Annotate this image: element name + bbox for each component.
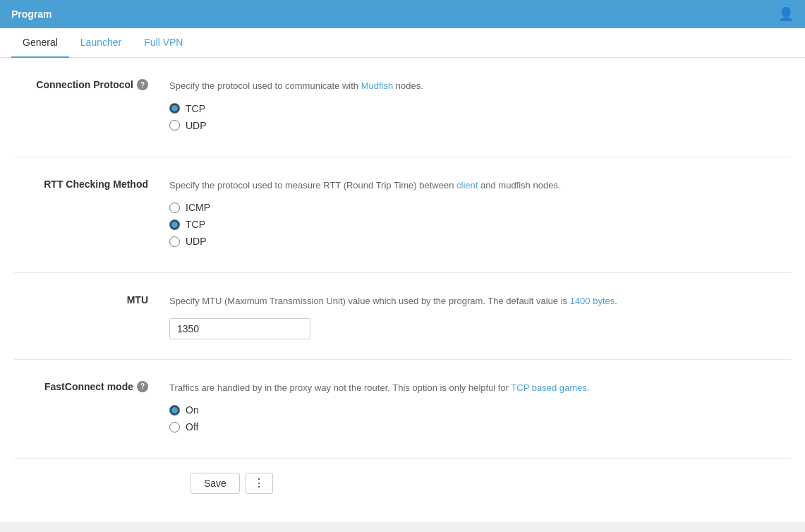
mtu-section: MTU Specify MTU (Maximum Transmission Un… (14, 273, 791, 360)
more-button[interactable]: ⋮ (246, 473, 273, 494)
rtt-tcp-radio[interactable] (169, 219, 180, 230)
fastconnect-content: Traffics are handled by in the proxy way… (169, 380, 791, 439)
content-area: General Launcher Full VPN Connection Pro… (0, 28, 805, 522)
connection-protocol-description: Specify the protocol used to communicate… (169, 79, 791, 93)
rtt-checking-section: RTT Checking Method Specify the protocol… (14, 157, 791, 274)
fastconnect-off-label: Off (186, 421, 198, 433)
tab-launcher[interactable]: Launcher (69, 28, 133, 58)
connection-protocol-help-icon[interactable]: ? (137, 79, 148, 90)
fastconnect-help-icon[interactable]: ? (137, 381, 148, 392)
tab-fullvpn[interactable]: Full VPN (133, 28, 194, 58)
mtu-label-col: MTU (14, 293, 169, 306)
fastconnect-on-label: On (186, 404, 199, 416)
rtt-label-col: RTT Checking Method (14, 177, 169, 190)
main-content: Connection Protocol ? Specify the protoc… (0, 58, 805, 522)
connection-protocol-label: Connection Protocol ? (36, 79, 148, 90)
connection-protocol-udp-option[interactable]: UDP (169, 120, 791, 131)
app-title: Program (11, 8, 52, 20)
rtt-udp-radio[interactable] (169, 236, 180, 247)
fastconnect-off-option[interactable]: Off (169, 421, 791, 433)
rtt-udp-label: UDP (186, 236, 207, 247)
connection-protocol-udp-radio[interactable] (169, 120, 180, 131)
fastconnect-description: Traffics are handled by in the proxy way… (169, 381, 791, 395)
rtt-icmp-radio[interactable] (169, 202, 180, 213)
mtu-input[interactable] (169, 318, 310, 339)
rtt-label: RTT Checking Method (44, 179, 148, 190)
title-bar: Program 👤 (0, 0, 805, 28)
fastconnect-on-radio[interactable] (169, 405, 180, 416)
connection-protocol-section: Connection Protocol ? Specify the protoc… (14, 58, 791, 157)
connection-protocol-udp-label: UDP (186, 120, 207, 131)
tab-general[interactable]: General (11, 28, 69, 58)
rtt-description: Specify the protocol used to measure RTT… (169, 179, 791, 193)
rtt-tcp-label: TCP (186, 219, 205, 230)
connection-protocol-tcp-option[interactable]: TCP (169, 103, 791, 114)
fastconnect-label-col: FastConnect mode ? (14, 380, 169, 392)
rtt-icmp-label: ICMP (186, 202, 210, 213)
connection-protocol-tcp-label: TCP (186, 103, 205, 114)
rtt-content: Specify the protocol used to measure RTT… (169, 177, 791, 253)
connection-protocol-tcp-radio[interactable] (169, 103, 180, 114)
person-icon: 👤 (778, 6, 794, 22)
fastconnect-section: FastConnect mode ? Traffics are handled … (14, 360, 791, 459)
more-dots-icon: ⋮ (253, 478, 265, 489)
mtu-label: MTU (127, 294, 148, 306)
save-button[interactable]: Save (190, 473, 240, 494)
fastconnect-on-option[interactable]: On (169, 404, 791, 416)
tabs-container: General Launcher Full VPN (0, 28, 805, 58)
mtu-description: Specify MTU (Maximum Transmission Unit) … (169, 294, 791, 308)
fastconnect-label: FastConnect mode ? (44, 381, 148, 392)
rtt-udp-option[interactable]: UDP (169, 236, 791, 247)
fastconnect-off-radio[interactable] (169, 422, 180, 433)
connection-protocol-label-col: Connection Protocol ? (14, 78, 169, 90)
rtt-icmp-option[interactable]: ICMP (169, 202, 791, 213)
rtt-tcp-option[interactable]: TCP (169, 219, 791, 230)
footer-actions: Save ⋮ (14, 459, 791, 508)
mtu-content: Specify MTU (Maximum Transmission Unit) … (169, 293, 791, 339)
connection-protocol-content: Specify the protocol used to communicate… (169, 78, 791, 137)
